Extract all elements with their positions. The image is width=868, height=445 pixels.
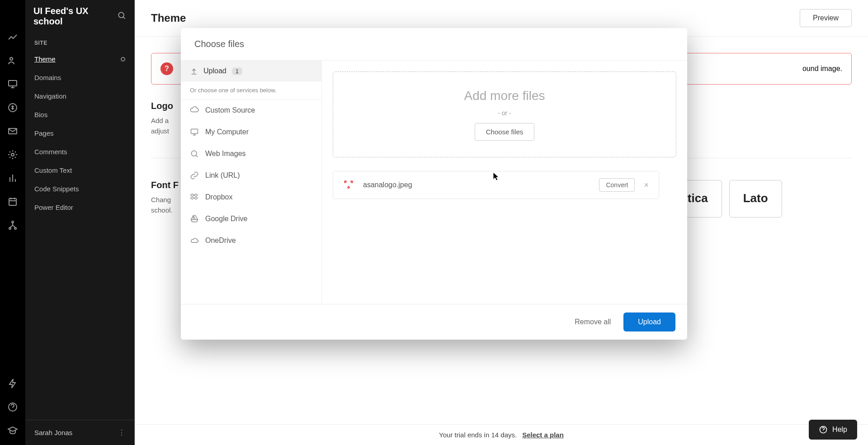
service-label: Web Images <box>205 150 246 158</box>
service-label: Link (URL) <box>205 171 240 180</box>
service-link-url[interactable]: Link (URL) <box>181 165 321 186</box>
file-name: asanalogo.jpeg <box>363 181 593 189</box>
service-dropbox[interactable]: Dropbox <box>181 186 321 208</box>
upload-button[interactable]: Upload <box>623 312 675 331</box>
convert-button[interactable]: Convert <box>599 178 635 192</box>
service-web-images[interactable]: Web Images <box>181 143 321 165</box>
service-my-computer[interactable]: My Computer <box>181 121 321 143</box>
modal-title: Choose files <box>181 28 687 60</box>
upload-source-row[interactable]: Upload 1 <box>181 61 321 81</box>
or-choose-text: Or choose one of services below. <box>181 81 321 99</box>
modal-footer: Remove all Upload <box>181 304 687 340</box>
service-label: Custom Source <box>205 106 255 114</box>
choose-files-button[interactable]: Choose files <box>475 123 535 141</box>
modal-overlay: Choose files Upload 1 Or choose one of s… <box>0 0 868 445</box>
service-label: OneDrive <box>205 237 236 245</box>
service-onedrive[interactable]: OneDrive <box>181 230 321 251</box>
svg-point-13 <box>191 151 197 156</box>
service-label: Dropbox <box>205 193 232 201</box>
file-picker-modal: Choose files Upload 1 Or choose one of s… <box>181 28 687 340</box>
file-row: asanalogo.jpeg Convert × <box>333 171 659 199</box>
upload-count-badge: 1 <box>232 67 242 75</box>
modal-sidebar: Upload 1 Or choose one of services below… <box>181 61 322 304</box>
svg-rect-12 <box>191 129 198 133</box>
service-google-drive[interactable]: Google Drive <box>181 208 321 230</box>
dropzone-headline: Add more files <box>464 89 545 103</box>
service-label: Google Drive <box>205 215 247 223</box>
service-label: My Computer <box>205 128 249 136</box>
file-thumbnail <box>340 177 357 193</box>
dropzone-or: - or - <box>498 109 511 117</box>
service-custom-source[interactable]: Custom Source <box>181 99 321 121</box>
remove-file-icon[interactable]: × <box>641 180 651 190</box>
modal-main: Add more files - or - Choose files asana… <box>322 61 687 304</box>
upload-label: Upload <box>203 67 226 75</box>
dropzone[interactable]: Add more files - or - Choose files <box>333 71 676 157</box>
remove-all-link[interactable]: Remove all <box>575 318 611 326</box>
